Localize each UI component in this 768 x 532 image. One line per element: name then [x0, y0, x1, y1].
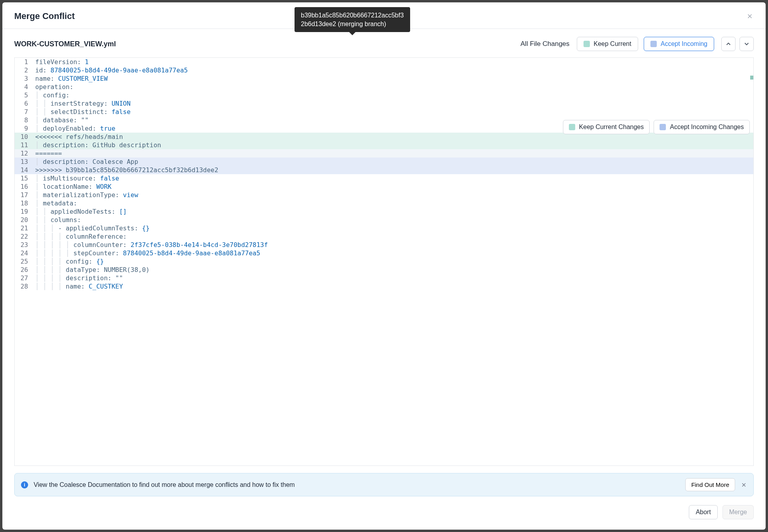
- accept-incoming-changes-label: Accept Incoming Changes: [670, 124, 744, 131]
- line-number: 22: [15, 232, 32, 241]
- accept-incoming-changes-button[interactable]: Accept Incoming Changes: [654, 120, 750, 134]
- code-content: │ │ │ │ config: {}: [32, 257, 753, 266]
- code-line[interactable]: 28│ │ │ │ name: C_CUSTKEY: [15, 282, 753, 291]
- code-line[interactable]: 25│ │ │ │ config: {}: [15, 257, 753, 266]
- line-number: 8: [15, 116, 32, 124]
- line-number: 20: [15, 216, 32, 224]
- code-line[interactable]: 20│ │ columns:: [15, 216, 753, 224]
- next-conflict-button[interactable]: [739, 37, 754, 51]
- code-line[interactable]: 22│ │ │ │ columnReference:: [15, 232, 753, 241]
- line-number: 16: [15, 182, 32, 191]
- code-content: name: CUSTOMER_VIEW: [32, 74, 753, 83]
- code-line[interactable]: 14>>>>>>> b39bb1a5c85b620b6667212acc5bf3…: [15, 166, 753, 174]
- code-content: >>>>>>> b39bb1a5c85b620b6667212acc5bf32b…: [32, 166, 753, 174]
- merge-conflict-modal: b39bb1a5c85b620b6667212acc5bf3 2b6d13dee…: [2, 2, 766, 530]
- code-line[interactable]: 19│ │ appliedNodeTests: []: [15, 207, 753, 216]
- code-line[interactable]: 24│ │ │ │ │ stepCounter: 87840025-b8d4-4…: [15, 249, 753, 257]
- merge-button[interactable]: Merge: [722, 505, 754, 519]
- code-line[interactable]: 6│ │ insertStrategy: UNION: [15, 99, 753, 108]
- accept-incoming-swatch-icon: [660, 124, 666, 130]
- code-line[interactable]: 7│ │ selectDistinct: false: [15, 108, 753, 116]
- code-content: │ isMultisource: false: [32, 174, 753, 182]
- file-toolbar: WORK-CUSTOMER_VIEW.yml All File Changes …: [2, 29, 766, 57]
- code-line[interactable]: 16│ locationName: WORK: [15, 182, 753, 191]
- info-icon: i: [21, 481, 28, 488]
- close-icon: [746, 13, 753, 20]
- code-content: │ │ │ │ description: "": [32, 274, 753, 282]
- line-number: 3: [15, 74, 32, 83]
- code-line[interactable]: 3name: CUSTOMER_VIEW: [15, 74, 753, 83]
- line-number: 26: [15, 266, 32, 274]
- close-icon: [741, 482, 747, 488]
- code-content: =======: [32, 149, 753, 158]
- code-content: │ │ │ │ │ columnCounter: 2f37cfe5-038b-4…: [32, 241, 753, 249]
- code-content: │ │ selectDistinct: false: [32, 108, 753, 116]
- modal-title: Merge Conflict: [14, 11, 75, 21]
- line-number: 27: [15, 274, 32, 282]
- code-line[interactable]: 15│ isMultisource: false: [15, 174, 753, 182]
- code-content: id: 87840025-b8d4-49de-9aae-e8a081a77ea5: [32, 66, 753, 74]
- info-text: View the Coalesce Documentation to find …: [34, 481, 680, 488]
- code-content: │ │ │ │ name: C_CUSTKEY: [32, 282, 753, 291]
- filename-label: WORK-CUSTOMER_VIEW.yml: [14, 40, 116, 48]
- code-content: │ │ columns:: [32, 216, 753, 224]
- code-line[interactable]: 18│ metadata:: [15, 199, 753, 207]
- line-number: 18: [15, 199, 32, 207]
- modal-footer: Abort Merge: [2, 496, 766, 530]
- info-close-button[interactable]: [741, 482, 747, 488]
- line-number: 28: [15, 282, 32, 291]
- code-content: operation:: [32, 83, 753, 91]
- code-content: fileVersion: 1: [32, 58, 753, 66]
- code-content: │ │ insertStrategy: UNION: [32, 99, 753, 108]
- keep-current-label: Keep Current: [594, 40, 631, 48]
- code-line[interactable]: 11│ description: GitHub description: [15, 141, 753, 149]
- info-banner: i View the Coalesce Documentation to fin…: [14, 473, 754, 496]
- line-number: 6: [15, 99, 32, 108]
- code-content: │ description: GitHub description: [32, 141, 753, 149]
- line-number: 2: [15, 66, 32, 74]
- line-number: 17: [15, 191, 32, 199]
- accept-incoming-button[interactable]: Accept Incoming: [644, 37, 714, 51]
- code-content: │ │ │ - appliedColumnTests: {}: [32, 224, 753, 232]
- abort-button[interactable]: Abort: [689, 505, 717, 519]
- line-number: 7: [15, 108, 32, 116]
- code-content: │ │ appliedNodeTests: []: [32, 207, 753, 216]
- line-number: 21: [15, 224, 32, 232]
- code-content: │ config:: [32, 91, 753, 99]
- close-button[interactable]: [746, 12, 754, 20]
- code-line[interactable]: 2id: 87840025-b8d4-49de-9aae-e8a081a77ea…: [15, 66, 753, 74]
- line-number: 10: [15, 133, 32, 141]
- line-number: 19: [15, 207, 32, 216]
- line-number: 23: [15, 241, 32, 249]
- keep-current-button[interactable]: Keep Current: [577, 37, 638, 51]
- code-line[interactable]: 23│ │ │ │ │ columnCounter: 2f37cfe5-038b…: [15, 241, 753, 249]
- accept-incoming-swatch-icon: [650, 41, 657, 47]
- code-line[interactable]: 12=======: [15, 149, 753, 158]
- code-content: │ │ │ │ columnReference:: [32, 232, 753, 241]
- code-line[interactable]: 13│ description: Coalesce App: [15, 158, 753, 166]
- code-line[interactable]: 5│ config:: [15, 91, 753, 99]
- line-number: 9: [15, 124, 32, 133]
- editor-container: 1fileVersion: 12id: 87840025-b8d4-49de-9…: [2, 57, 766, 466]
- code-line[interactable]: 17│ materializationType: view: [15, 191, 753, 199]
- keep-current-swatch-icon: [584, 41, 590, 47]
- code-content: │ description: Coalesce App: [32, 158, 753, 166]
- code-line[interactable]: 21│ │ │ - appliedColumnTests: {}: [15, 224, 753, 232]
- code-content: │ materializationType: view: [32, 191, 753, 199]
- prev-conflict-button[interactable]: [721, 37, 736, 51]
- incoming-branch-tooltip: b39bb1a5c85b620b6667212acc5bf3 2b6d13dee…: [295, 7, 410, 32]
- find-out-more-button[interactable]: Find Out More: [685, 478, 735, 491]
- line-number: 25: [15, 257, 32, 266]
- keep-current-swatch-icon: [569, 124, 575, 130]
- keep-current-changes-button[interactable]: Keep Current Changes: [563, 120, 650, 134]
- code-line[interactable]: 26│ │ │ │ dataType: NUMBER(38,0): [15, 266, 753, 274]
- code-line[interactable]: 4operation:: [15, 83, 753, 91]
- line-number: 15: [15, 174, 32, 182]
- code-line[interactable]: 1fileVersion: 1: [15, 58, 753, 66]
- code-line[interactable]: 27│ │ │ │ description: "": [15, 274, 753, 282]
- code-content: │ │ │ │ dataType: NUMBER(38,0): [32, 266, 753, 274]
- chevron-up-icon: [725, 40, 732, 48]
- overview-ruler-mark: [750, 76, 753, 80]
- code-editor[interactable]: 1fileVersion: 12id: 87840025-b8d4-49de-9…: [14, 57, 754, 466]
- line-number: 12: [15, 149, 32, 158]
